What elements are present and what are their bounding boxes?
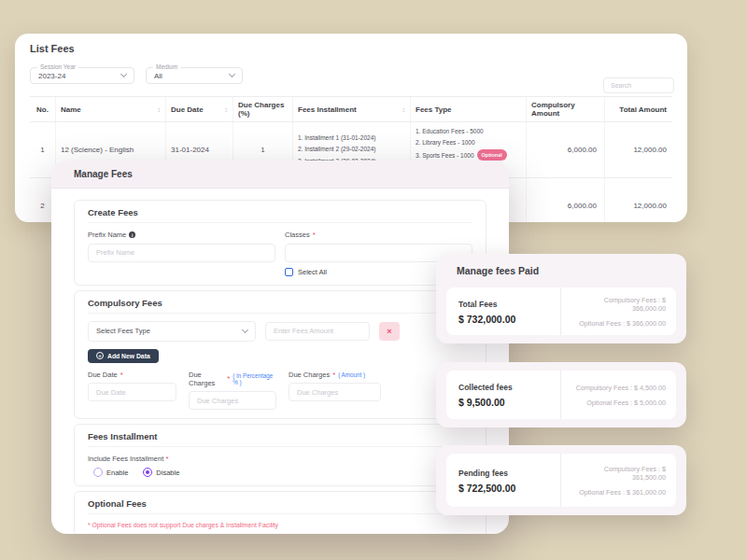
card-label: Collected fees: [458, 383, 560, 392]
fees-amount-input[interactable]: [265, 322, 370, 341]
required-mark: *: [313, 231, 316, 239]
installment-item: 1. Installment 1 (31-01-2024): [298, 133, 375, 144]
section-heading: Fees Installment: [88, 431, 472, 447]
chevron-down-icon: [120, 71, 127, 77]
due-charges-label: Due Charges: [289, 371, 330, 379]
compulsory-fees-section: Compulsory Fees Select Fees Type × + Add…: [74, 290, 486, 420]
sort-icon[interactable]: ↕: [158, 106, 162, 113]
chevron-down-icon: [242, 326, 248, 332]
radio-checked-icon[interactable]: [143, 468, 152, 477]
optional-fees-value: Optional Fees : $ 361,000.00: [571, 488, 666, 497]
card-amount: $ 722,500.00: [458, 483, 560, 494]
card-amount: $ 9,500.00: [458, 397, 560, 408]
add-new-data-button[interactable]: + Add New Data: [88, 349, 159, 363]
sort-icon[interactable]: ↕: [402, 106, 406, 113]
total-fees-card: Total Fees $ 732,000.00 Compulsory Fees …: [446, 287, 676, 335]
pending-fees-panel: Pending fees $ 722,500.00 Compulsory Fee…: [436, 445, 686, 515]
filter-bar: Session Year 2023-24 Medium All: [30, 67, 672, 90]
medium-label: Medium: [153, 63, 180, 70]
fees-type-item: 1. Education Fees - 5000: [416, 126, 484, 137]
panel-title: Manage fees Paid: [436, 254, 686, 276]
cell-total-amount: 12,000.00: [605, 122, 672, 177]
card-label: Total Fees: [458, 300, 560, 309]
due-date-field: Due Date *: [88, 371, 176, 411]
search-input[interactable]: [603, 77, 674, 93]
amount-hint: ( Amount ): [338, 371, 365, 378]
header-fees-type: Fees Type: [411, 97, 527, 121]
due-date-input[interactable]: [88, 383, 176, 401]
fees-type-item: 2. Library Fees - 1000: [416, 137, 475, 148]
cell-compulsory-amount: 6,000.00: [527, 178, 605, 222]
header-due-charges: Due Charges (%): [233, 97, 293, 121]
page-title: List Fees: [30, 43, 672, 54]
table-header-row: No. Name ↕ Due Date ↕ Due Charges (%) Fe…: [30, 96, 672, 122]
checkbox-icon[interactable]: [285, 268, 293, 276]
chevron-down-icon: [229, 71, 235, 77]
section-heading: Create Fees: [88, 207, 472, 223]
manage-fees-paid-panel: Manage fees Paid Total Fees $ 732,000.00…: [436, 254, 686, 343]
fees-installment-section: Fees Installment Include Fees Installmen…: [74, 424, 486, 486]
compulsory-fees-value: Compulsory Fees : $ 366,000.00: [571, 296, 666, 313]
prefix-name-label: Prefix Name: [88, 231, 126, 239]
card-label: Pending fees: [458, 469, 560, 478]
fees-type-select[interactable]: Select Fees Type: [88, 321, 256, 342]
due-charges-percentage-field: Due Charges * ( In Percentage % ): [189, 371, 276, 411]
card-amount: $ 732,000.00: [458, 314, 560, 325]
prefix-name-input[interactable]: [88, 244, 275, 262]
fees-type-item: 3. Sports Fees - 1000Optional: [416, 149, 507, 161]
due-charges-amount-field: Due Charges * ( Amount ): [289, 371, 381, 411]
enable-radio-option[interactable]: Enable: [93, 468, 128, 477]
header-fees-installment[interactable]: Fees Installment ↕: [293, 97, 411, 121]
due-charges-percentage-input[interactable]: [189, 391, 276, 410]
close-icon: ×: [387, 327, 391, 336]
compulsory-fees-value: Compulsory Fees : $ 361,500.00: [571, 465, 666, 482]
collected-fees-card: Collected fees $ 9,500.00 Compulsory Fee…: [446, 371, 676, 419]
classes-label: Classes: [285, 231, 310, 239]
fees-type-select-value: Select Fees Type: [96, 327, 150, 335]
medium-value: All: [154, 72, 162, 80]
info-icon: i: [129, 231, 135, 238]
cell-compulsory-amount: 6,000.00: [527, 122, 605, 177]
session-year-label: Session Year: [37, 63, 78, 70]
cell-total-amount: 12,000.00: [605, 178, 672, 222]
session-year-select[interactable]: Session Year 2023-24: [30, 67, 134, 84]
disable-radio-option[interactable]: Disable: [143, 468, 179, 477]
header-compulsory-amount: Compulsory Amount: [527, 97, 605, 121]
pending-fees-card: Pending fees $ 722,500.00 Compulsory Fee…: [446, 454, 676, 507]
session-year-value: 2023-24: [38, 72, 65, 80]
create-fees-section: Create Fees Prefix Name i Classes *: [74, 200, 486, 286]
header-no: No.: [30, 97, 56, 121]
radio-unchecked-icon[interactable]: [93, 468, 103, 477]
optional-fees-note: * Optional Fees does not support Due cha…: [88, 522, 472, 528]
plus-circle-icon: +: [96, 352, 104, 359]
section-heading: Compulsory Fees: [88, 298, 472, 314]
header-name[interactable]: Name ↕: [56, 97, 166, 121]
optional-fees-value: Optional Fees : $ 5,000.00: [571, 399, 666, 407]
medium-select[interactable]: Medium All: [146, 67, 243, 84]
remove-row-button[interactable]: ×: [379, 322, 400, 341]
optional-fees-section: Optional Fees * Optional Fees does not s…: [74, 491, 486, 534]
optional-badge: Optional: [477, 149, 507, 161]
desktop-background: List Fees Session Year 2023-24 Medium Al…: [0, 0, 747, 560]
due-charges-amount-input[interactable]: [289, 383, 381, 401]
due-charges-label: Due Charges: [189, 371, 224, 387]
optional-fees-value: Optional Fees : $ 366,000.00: [571, 319, 666, 328]
modal-title: Manage Fees: [51, 161, 509, 189]
select-all-label: Select All: [298, 268, 327, 276]
section-heading: Optional Fees: [88, 498, 472, 514]
include-installment-label: Include Fees Installment: [88, 455, 163, 463]
prefix-name-field: Prefix Name i: [88, 231, 275, 276]
compulsory-fees-value: Compulsory Fees : $ 4,500.00: [571, 384, 666, 392]
header-due-date[interactable]: Due Date ↕: [166, 97, 233, 121]
percentage-hint: ( In Percentage % ): [233, 372, 276, 385]
sort-icon[interactable]: ↕: [225, 106, 229, 113]
header-total-amount: Total Amount: [605, 97, 672, 121]
due-date-label: Due Date: [88, 371, 118, 379]
installment-item: 2. Installment 2 (29-02-2024): [298, 144, 375, 155]
collected-fees-panel: Collected fees $ 9,500.00 Compulsory Fee…: [436, 362, 686, 427]
